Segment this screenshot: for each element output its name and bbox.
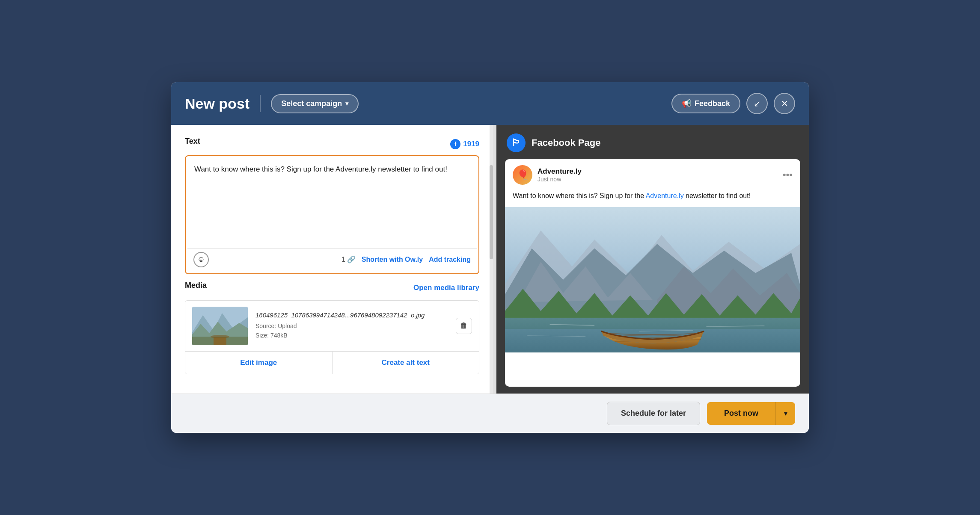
feedback-label: Feedback: [695, 99, 730, 108]
post-now-button[interactable]: Post now: [707, 402, 775, 425]
text-toolbar: ☺ 1 🔗 Shorten with Ow.ly Add tracking: [187, 248, 477, 272]
megaphone-icon: 📢: [682, 99, 691, 108]
post-text-before-link: Want to know where this is? Sign up for …: [513, 192, 646, 199]
post-author: Adventure.ly: [538, 167, 582, 176]
preview-page-title: Facebook Page: [532, 137, 600, 148]
close-button[interactable]: ✕: [774, 93, 795, 114]
add-tracking-link[interactable]: Add tracking: [429, 256, 471, 263]
media-section: Media Open media library: [185, 281, 479, 374]
right-panel-inner: 🏳 Facebook Page 🎈 Adventure.ly Just now: [496, 125, 809, 394]
modal-body: Text f 1919 ☺ 1: [171, 125, 809, 394]
create-alt-text-button[interactable]: Create alt text: [333, 352, 479, 374]
edit-image-button[interactable]: Edit image: [185, 352, 333, 374]
preview-header: 🏳 Facebook Page: [496, 125, 809, 159]
close-icon: ✕: [781, 98, 788, 109]
post-text-after-link: newsletter to find out!: [684, 192, 751, 199]
text-section-header: Text f 1919: [185, 137, 479, 151]
text-toolbar-left: ☺: [193, 252, 209, 267]
scrollbar-thumb[interactable]: [490, 165, 493, 259]
text-toolbar-right: 1 🔗 Shorten with Ow.ly Add tracking: [342, 255, 471, 263]
right-panel: 🏳 Facebook Page 🎈 Adventure.ly Just now: [496, 125, 809, 394]
feedback-button[interactable]: 📢 Feedback: [671, 94, 740, 113]
facebook-icon: f: [450, 139, 460, 149]
post-text-link[interactable]: Adventure.ly: [646, 192, 684, 199]
thumbnail-scene: [192, 307, 248, 345]
left-panel: Text f 1919 ☺ 1: [171, 125, 496, 394]
user-info: Adventure.ly Just now: [538, 167, 582, 183]
minimize-icon: ↙: [754, 98, 761, 109]
media-actions: Edit image Create alt text: [185, 351, 479, 374]
svg-point-5: [211, 335, 229, 338]
modal-overlay: New post Select campaign ▾ 📢 Feedback ↙ …: [171, 82, 809, 433]
link-count: 1 🔗: [342, 255, 356, 263]
open-media-library-link[interactable]: Open media library: [413, 284, 479, 292]
emoji-button[interactable]: ☺: [193, 252, 209, 267]
chevron-down-icon: ▾: [345, 100, 348, 107]
fb-post-card: 🎈 Adventure.ly Just now ••• Want to know…: [505, 159, 800, 387]
media-item: 160496125_107863994714248...967694809223…: [185, 301, 479, 351]
fb-card-user: 🎈 Adventure.ly Just now: [513, 165, 582, 185]
select-campaign-label: Select campaign: [281, 99, 342, 108]
fb-flag-icon: 🏳: [511, 137, 521, 148]
header-divider: [260, 95, 261, 112]
header-left: New post Select campaign ▾: [185, 94, 359, 113]
media-item-wrapper: 160496125_107863994714248...967694809223…: [185, 300, 479, 374]
post-now-dropdown-button[interactable]: ▾: [775, 402, 795, 425]
char-count-value: 1919: [463, 140, 479, 148]
media-thumbnail: [192, 307, 248, 345]
minimize-button[interactable]: ↙: [746, 93, 768, 114]
fb-card-header: 🎈 Adventure.ly Just now •••: [505, 159, 800, 189]
delete-media-button[interactable]: 🗑: [456, 318, 472, 334]
media-header: Media Open media library: [185, 281, 479, 295]
text-section-label: Text: [185, 137, 200, 146]
schedule-for-later-button[interactable]: Schedule for later: [607, 402, 700, 425]
trash-icon: 🗑: [460, 321, 468, 330]
link-count-value: 1: [342, 256, 345, 263]
shorten-link[interactable]: Shorten with Ow.ly: [362, 256, 423, 263]
emoji-icon: ☺: [197, 255, 205, 264]
fb-page-icon: 🏳: [507, 133, 526, 152]
chevron-down-icon: ▾: [784, 410, 787, 417]
media-info: 160496125_107863994714248...967694809223…: [255, 311, 448, 340]
media-section-label: Media: [185, 281, 207, 290]
media-source: Source: Upload Size: 748kB: [255, 321, 448, 340]
more-options-icon[interactable]: •••: [783, 169, 793, 181]
fb-post-text: Want to know where this is? Sign up for …: [505, 189, 800, 207]
header-right: 📢 Feedback ↙ ✕: [671, 93, 795, 114]
post-timestamp: Just now: [538, 176, 582, 183]
link-icon: 🔗: [347, 255, 356, 263]
scrollbar-track: [490, 125, 493, 394]
modal-header: New post Select campaign ▾ 📢 Feedback ↙ …: [171, 82, 809, 125]
page-title: New post: [185, 95, 249, 112]
modal-footer: Schedule for later Post now ▾: [171, 394, 809, 433]
char-count-display: f 1919: [450, 139, 479, 149]
post-text-input[interactable]: [187, 158, 477, 246]
svg-rect-4: [214, 337, 226, 345]
avatar: 🎈: [513, 165, 532, 185]
fb-post-image: [505, 207, 800, 352]
select-campaign-button[interactable]: Select campaign ▾: [271, 94, 359, 113]
text-area-wrapper: ☺ 1 🔗 Shorten with Ow.ly Add tracking: [185, 155, 479, 274]
media-filename: 160496125_107863994714248...967694809223…: [255, 311, 448, 319]
post-now-group: Post now ▾: [707, 402, 795, 425]
